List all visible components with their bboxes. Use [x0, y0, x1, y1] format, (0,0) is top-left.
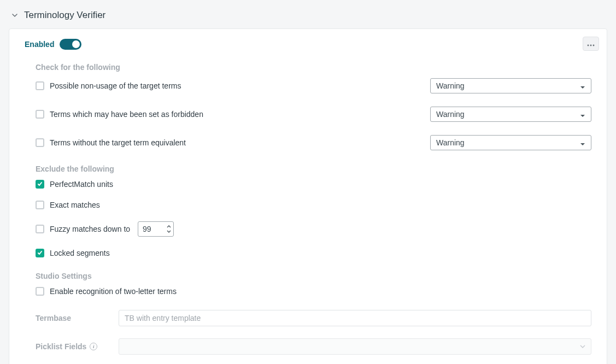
check-row-noequiv: Terms without the target term equivalent… — [36, 135, 591, 150]
checkbox-label: Exact matches — [50, 201, 100, 209]
picklist-label-text: Picklist Fields — [36, 342, 86, 351]
checkbox-fuzzy[interactable] — [36, 225, 44, 233]
group-label-studio: Studio Settings — [36, 272, 591, 280]
checkbox-label: Fuzzy matches down to — [50, 225, 130, 233]
checkbox-label: Terms without the target term equivalent — [50, 138, 186, 147]
caret-down-icon — [580, 111, 585, 117]
severity-select-forbidden[interactable]: Warning — [430, 107, 591, 122]
checkbox-nonusage[interactable] — [36, 81, 44, 90]
info-icon[interactable]: i — [90, 343, 97, 350]
exclude-row-fuzzy: Fuzzy matches down to 99 — [36, 221, 591, 237]
select-value: Warning — [436, 138, 465, 147]
section-title: Terminology Verifier — [24, 10, 105, 21]
exclude-row-perfectmatch: PerfectMatch units — [36, 180, 591, 189]
checkbox-twoletter[interactable] — [36, 287, 44, 296]
group-label-exclude: Exclude the following — [36, 165, 591, 173]
studio-row-twoletter: Enable recognition of two-letter terms — [36, 287, 591, 296]
enabled-toggle[interactable] — [60, 39, 81, 50]
checkbox-forbidden[interactable] — [36, 110, 44, 119]
caret-down-icon — [580, 342, 585, 351]
group-check: Check for the following Possible non-usa… — [25, 63, 591, 150]
group-exclude: Exclude the following PerfectMatch units — [25, 165, 591, 257]
termbase-row: Termbase — [25, 310, 591, 326]
enabled-label: Enabled — [25, 40, 54, 49]
checkbox-label: Possible non-usage of the target terms — [50, 81, 181, 90]
checkbox-noequiv[interactable] — [36, 138, 44, 147]
termbase-input[interactable] — [119, 310, 591, 326]
checkbox-label: Enable recognition of two-letter terms — [50, 287, 177, 296]
group-studio: Studio Settings Enable recognition of tw… — [25, 272, 591, 296]
section-header[interactable]: Terminology Verifier — [9, 0, 607, 28]
severity-select-noequiv[interactable]: Warning — [430, 135, 591, 150]
caret-down-icon — [580, 83, 585, 89]
check-row-forbidden: Terms which may have been set as forbidd… — [36, 107, 591, 122]
checkbox-exact[interactable] — [36, 201, 44, 209]
select-value: Warning — [436, 81, 465, 90]
severity-select-nonusage[interactable]: Warning — [430, 78, 591, 93]
checkbox-locked[interactable] — [36, 249, 44, 257]
chevron-down-icon — [11, 11, 19, 19]
picklist-row: Picklist Fields i — [25, 338, 591, 355]
check-row-nonusage: Possible non-usage of the target terms W… — [36, 78, 591, 93]
caret-down-icon — [580, 140, 585, 145]
checkbox-perfectmatch[interactable] — [36, 180, 44, 189]
stepper-down-icon[interactable] — [167, 229, 171, 234]
termbase-label: Termbase — [36, 314, 119, 322]
checkbox-label: Terms which may have been set as forbidd… — [50, 110, 203, 119]
exclude-row-locked: Locked segments — [36, 249, 591, 257]
picklist-label: Picklist Fields i — [36, 342, 119, 351]
checkbox-label: Locked segments — [50, 249, 110, 257]
fuzzy-threshold-stepper[interactable]: 99 — [138, 221, 174, 237]
stepper-value: 99 — [143, 225, 151, 233]
svg-point-2 — [593, 45, 595, 46]
settings-panel: Enabled Check for the following Possible… — [9, 28, 607, 364]
select-value: Warning — [436, 110, 465, 119]
enabled-row: Enabled — [25, 39, 591, 50]
group-label-check: Check for the following — [36, 63, 591, 72]
picklist-select[interactable] — [119, 338, 591, 355]
checkbox-label: PerfectMatch units — [50, 180, 113, 189]
exclude-row-exact: Exact matches — [36, 201, 591, 209]
stepper-up-icon[interactable] — [167, 224, 171, 229]
